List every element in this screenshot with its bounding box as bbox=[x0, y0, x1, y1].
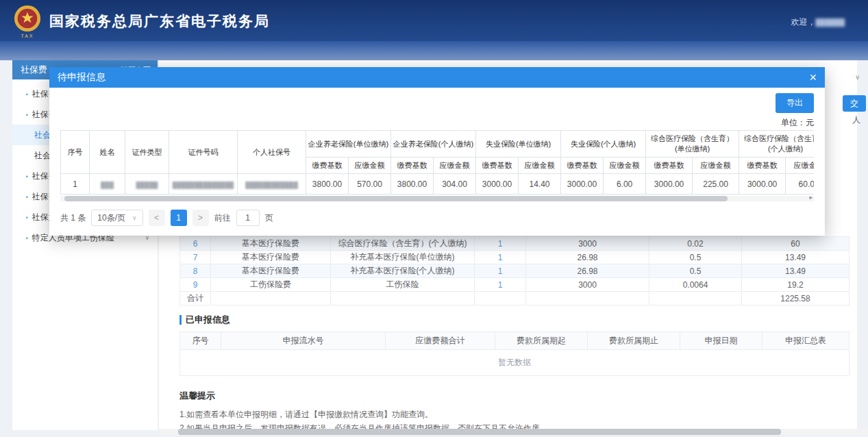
header-cell: 申报流水号 bbox=[221, 332, 386, 350]
cell-total-label: 合计 bbox=[180, 292, 211, 305]
empty-state-text: 暂无数据 bbox=[180, 350, 850, 376]
declared-section-title: 已申报信息 bbox=[179, 314, 849, 326]
header-cell: 姓名 bbox=[90, 131, 125, 174]
pending-declaration-table: 序号 姓名 证件类型 证件号码 个人社保号 企业养老保险(单位缴纳) 企业养老保… bbox=[60, 130, 814, 195]
group-header-cell: 企业养老保险(个人缴纳) bbox=[391, 131, 476, 158]
masked-id-type: █████ bbox=[136, 182, 158, 188]
modal-horizontal-scrollbar[interactable]: ▸ bbox=[60, 196, 814, 201]
goto-page-input[interactable] bbox=[236, 210, 260, 226]
banner-strip bbox=[0, 41, 868, 60]
cell-base: 26.98 bbox=[526, 264, 649, 278]
cell-seq: 7 bbox=[180, 251, 211, 264]
cell-value: 3000.00 bbox=[646, 174, 693, 195]
cell-empty bbox=[526, 292, 649, 305]
logo-caption: TAX bbox=[11, 34, 44, 38]
goto-label: 前往 bbox=[214, 212, 231, 224]
sub-header-cell: 缴费基数 bbox=[739, 158, 786, 174]
pagination: 共 1 条 10条/页 ∨ < 1 > 前往 页 bbox=[60, 210, 814, 226]
tips-line-2: 2.如果当月申报之后，发现申报数据有误，必须在当月作废掉该笔申报数据，否则在下月… bbox=[179, 421, 849, 429]
masked-ssn: ████████████ bbox=[245, 182, 298, 188]
scrollbar-thumb[interactable] bbox=[178, 429, 781, 435]
header-cell: 申报汇总表 bbox=[762, 332, 850, 350]
tips-title: 温馨提示 bbox=[179, 390, 849, 402]
cell-subitem: 工伤保险 bbox=[331, 278, 475, 292]
chevron-down-icon: ∨ bbox=[132, 214, 137, 221]
submit-button-fragment[interactable]: 交 bbox=[843, 95, 866, 112]
group-header-cell: 综合医疗保险（含生育）(单位缴纳) bbox=[646, 131, 739, 158]
cell-count: 1 bbox=[475, 264, 526, 278]
cell-empty bbox=[475, 292, 526, 305]
group-header-cell: 失业保险(单位缴纳) bbox=[476, 131, 561, 158]
cell-item: 工伤保险费 bbox=[211, 278, 331, 292]
sidebar-section-title: 社保费 bbox=[21, 64, 47, 76]
cell-item: 基本医疗保险费 bbox=[211, 237, 331, 251]
cell-amount: 60 bbox=[742, 237, 850, 251]
sub-header-cell: 缴费基数 bbox=[306, 158, 349, 174]
bullet-icon: ▪ bbox=[26, 235, 28, 241]
header-cell: 个人社保号 bbox=[238, 131, 306, 174]
cell-count: 1 bbox=[475, 278, 526, 292]
cell-item: 基本医疗保险费 bbox=[211, 264, 331, 278]
sub-header-cell: 应缴金额 bbox=[349, 158, 391, 174]
cell-base: 26.98 bbox=[526, 251, 649, 264]
table-row: 6 基本医疗保险费 综合医疗保险（含生育）(个人缴纳) 1 3000 0.02 … bbox=[180, 237, 850, 251]
scroll-right-arrow-icon[interactable]: ▸ bbox=[809, 194, 813, 201]
cell-value: 3800.00 bbox=[306, 174, 349, 195]
cell-value: 3000.00 bbox=[561, 174, 604, 195]
sub-header-cell: 应缴金额 bbox=[693, 158, 739, 174]
modal-header: 待申报信息 × bbox=[49, 67, 825, 88]
cell-name: ███ bbox=[90, 174, 125, 195]
table-total-row: 合计 1225.58 bbox=[180, 292, 850, 305]
declared-title-text: 已申报信息 bbox=[186, 314, 230, 326]
declared-info-table: 序号 申报流水号 应缴费额合计 费款所属期起 费款所属期止 申报日期 申报汇总表… bbox=[179, 332, 850, 376]
group-header-cell: 企业养老保险(单位缴纳) bbox=[306, 131, 391, 158]
tips-section: 温馨提示 1.如需查看本单位申报明细，请通过【申报缴款情况查询】功能查询。 2.… bbox=[179, 390, 849, 429]
header-cell: 证件类型 bbox=[125, 131, 169, 174]
cell-value: 6.00 bbox=[604, 174, 646, 195]
cell-rate: 0.5 bbox=[649, 264, 742, 278]
cell-id-number: ██████████████ bbox=[169, 174, 238, 195]
scrollbar-thumb[interactable] bbox=[64, 196, 728, 201]
cell-value: 14.40 bbox=[519, 174, 561, 195]
export-button[interactable]: 导出 bbox=[776, 93, 814, 113]
bullet-icon: ▪ bbox=[26, 173, 28, 179]
unit-label: 单位：元 bbox=[60, 117, 814, 129]
page-size-value: 10条/页 bbox=[97, 212, 125, 224]
current-page-button[interactable]: 1 bbox=[171, 210, 187, 226]
chevron-down-icon[interactable]: ∨ bbox=[855, 73, 860, 81]
next-page-button[interactable]: > bbox=[193, 210, 209, 226]
title-accent-bar bbox=[179, 315, 182, 325]
cell-base: 3000 bbox=[526, 278, 649, 292]
group-header-cell: 综合医疗保险（含生育）(个人缴纳) bbox=[739, 131, 814, 158]
cell-count: 1 bbox=[475, 237, 526, 251]
cell-value: 304.00 bbox=[434, 174, 476, 195]
bullet-icon: ▪ bbox=[26, 214, 28, 221]
fee-calc-table: 6 基本医疗保险费 综合医疗保险（含生育）(个人缴纳) 1 3000 0.02 … bbox=[179, 236, 850, 305]
group-header-row: 序号 姓名 证件类型 证件号码 个人社保号 企业养老保险(单位缴纳) 企业养老保… bbox=[61, 131, 815, 158]
horizontal-scrollbar[interactable] bbox=[159, 429, 868, 435]
page-size-select[interactable]: 10条/页 ∨ bbox=[91, 210, 142, 226]
sub-header-cell: 缴费基数 bbox=[476, 158, 519, 174]
welcome-username: ██████ bbox=[815, 18, 845, 26]
cell-value: 3800.00 bbox=[391, 174, 434, 195]
sub-header-cell: 缴费基数 bbox=[561, 158, 604, 174]
cell-value: 60.00 bbox=[786, 174, 814, 195]
cell-amount: 13.49 bbox=[742, 264, 850, 278]
top-banner: TAX 国家税务总局广东省电子税务局 欢迎，██████ bbox=[0, 0, 868, 41]
bullet-icon: ▪ bbox=[26, 112, 28, 118]
cell-seq: 8 bbox=[180, 264, 211, 278]
prev-page-button[interactable]: < bbox=[149, 210, 165, 226]
cell-subitem: 补充基本医疗保险(单位缴纳) bbox=[331, 251, 475, 264]
total-count-text: 共 1 条 bbox=[60, 212, 86, 224]
masked-id-number: ██████████████ bbox=[173, 182, 234, 188]
clipped-header-text: 人 bbox=[852, 114, 860, 126]
cell-total-amount: 1225.58 bbox=[742, 292, 850, 305]
header-cell: 费款所属期起 bbox=[495, 332, 588, 350]
cell-value: 3000.00 bbox=[476, 174, 519, 195]
cell-rate: 0.02 bbox=[649, 237, 742, 251]
close-icon[interactable]: × bbox=[809, 71, 817, 84]
declared-empty-row: 暂无数据 bbox=[180, 350, 850, 376]
bullet-icon: ▪ bbox=[26, 91, 28, 97]
data-row: 1 ███ █████ ██████████████ ████████████ … bbox=[61, 174, 815, 195]
welcome-text: 欢迎，██████ bbox=[791, 16, 845, 28]
